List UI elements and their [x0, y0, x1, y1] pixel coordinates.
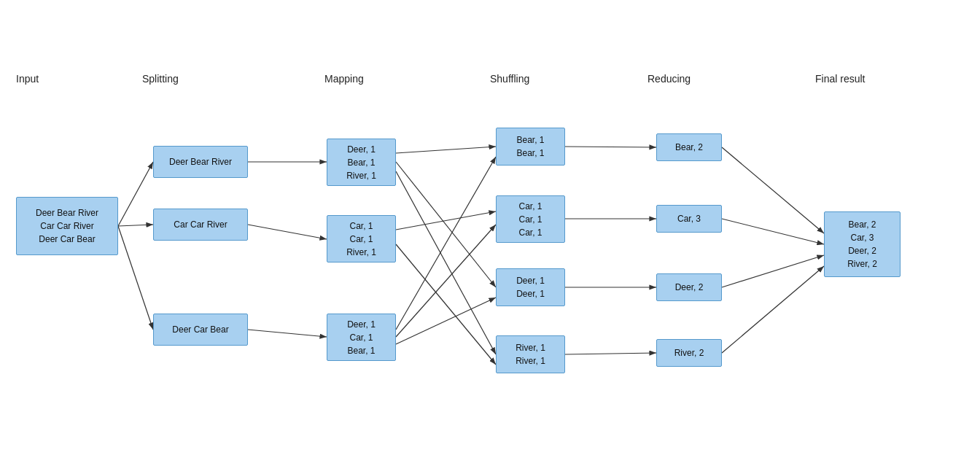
red3: Deer, 2	[656, 273, 722, 301]
svg-line-3	[118, 226, 153, 330]
label-mapping: Mapping	[324, 73, 364, 85]
label-splitting: Splitting	[142, 73, 179, 85]
svg-line-1	[118, 162, 153, 226]
svg-line-12	[396, 157, 496, 330]
svg-line-2	[118, 225, 153, 226]
svg-line-20	[722, 219, 824, 244]
map3: Deer, 1 Car, 1 Bear, 1	[327, 314, 396, 361]
shuf3: Deer, 1 Deer, 1	[496, 268, 565, 306]
map1: Deer, 1 Bear, 1 River, 1	[327, 139, 396, 186]
label-shuffling: Shuffling	[490, 73, 529, 85]
svg-line-7	[396, 147, 496, 153]
red2: Car, 3	[656, 205, 722, 233]
shuf4: River, 1 River, 1	[496, 335, 565, 373]
label-final: Final result	[815, 73, 865, 85]
svg-line-14	[396, 298, 496, 344]
svg-line-13	[396, 225, 496, 337]
svg-line-18	[565, 353, 656, 354]
svg-line-22	[722, 266, 824, 353]
input-box: Deer Bear River Car Car River Deer Car B…	[16, 197, 118, 255]
shuf2: Car, 1 Car, 1 Car, 1	[496, 195, 565, 243]
red1: Bear, 2	[656, 133, 722, 161]
split2: Car Car River	[153, 209, 248, 241]
map2: Car, 1 Car, 1 River, 1	[327, 215, 396, 262]
red4: River, 2	[656, 339, 722, 367]
svg-line-9	[396, 171, 496, 354]
diagram-container: Input Splitting Mapping Shuffling Reduci…	[0, 0, 980, 455]
split1: Deer Bear River	[153, 146, 248, 178]
svg-line-19	[722, 147, 824, 233]
label-input: Input	[16, 73, 39, 85]
svg-line-15	[565, 147, 656, 147]
svg-line-6	[248, 330, 327, 337]
final: Bear, 2 Car, 3 Deer, 2 River, 2	[824, 211, 901, 277]
svg-line-11	[396, 244, 496, 365]
label-reducing: Reducing	[648, 73, 691, 85]
svg-line-5	[248, 225, 327, 239]
svg-line-8	[396, 162, 496, 287]
svg-line-21	[722, 255, 824, 287]
svg-line-10	[396, 211, 496, 230]
shuf1: Bear, 1 Bear, 1	[496, 128, 565, 166]
split3: Deer Car Bear	[153, 314, 248, 346]
